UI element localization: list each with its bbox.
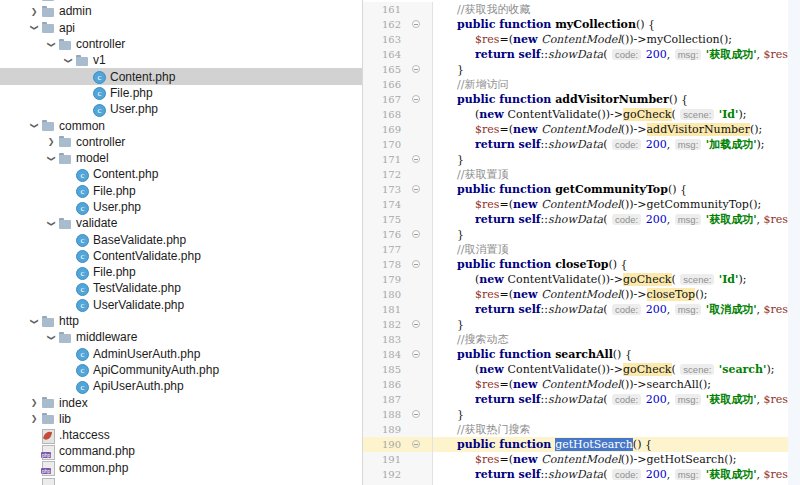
tree-item-v1[interactable]: ❯v1 xyxy=(0,52,362,68)
code-line-169[interactable]: 169$res=(new ContentModel())->addVisitor… xyxy=(363,122,800,137)
tree-item--htaccess[interactable]: .htaccess xyxy=(0,427,362,443)
code-line-186[interactable]: 186$res=(new ContentModel())->searchAll(… xyxy=(363,377,800,392)
tree-item-command-php[interactable]: command.php xyxy=(0,443,362,459)
tree-item-testvalidate-php[interactable]: TestValidate.php xyxy=(0,280,362,296)
fold-icon[interactable] xyxy=(412,230,420,238)
chevron-right-icon[interactable]: ❯ xyxy=(44,137,58,146)
tree-item-file-php[interactable]: File.php xyxy=(0,183,362,199)
chevron-down-icon[interactable]: ❯ xyxy=(47,37,56,51)
chevron-down-icon[interactable]: ❯ xyxy=(47,151,56,165)
code-line-177[interactable]: 177//取消置顶 xyxy=(363,242,800,257)
code-line-168[interactable]: 168(new ContentValidate())->goCheck( sce… xyxy=(363,107,800,122)
tree-item-apicommunityauth-php[interactable]: ApiCommunityAuth.php xyxy=(0,362,362,378)
chevron-right-icon[interactable]: ❯ xyxy=(27,398,41,407)
chevron-down-icon[interactable]: ❯ xyxy=(47,216,56,230)
code-line-180[interactable]: 180$res=(new ContentModel())->closeTop()… xyxy=(363,287,800,302)
code-line-165[interactable]: 165} xyxy=(363,62,800,77)
tree-item-controller[interactable]: ❯controller xyxy=(0,134,362,150)
fold-icon[interactable] xyxy=(412,350,420,358)
code-line-176[interactable]: 176} xyxy=(363,227,800,242)
tree-item-model[interactable]: ❯model xyxy=(0,150,362,166)
chevron-down-icon[interactable]: ❯ xyxy=(64,53,73,67)
tree-item-file-php[interactable]: File.php xyxy=(0,85,362,101)
code-line-178[interactable]: 178public function closeTop() { xyxy=(363,257,800,272)
chevron-down-icon[interactable]: ❯ xyxy=(30,314,39,328)
tree-item-partial[interactable] xyxy=(0,476,362,485)
php-class-icon xyxy=(75,298,89,311)
code-line-171[interactable]: 171} xyxy=(363,152,800,167)
code-plain: ())-> xyxy=(597,108,623,121)
project-tree[interactable]: ❯admin❯api❯controller❯v1Content.phpFile.… xyxy=(0,0,363,485)
chevron-right-icon[interactable]: ❯ xyxy=(27,7,41,16)
code-text: //新增访问 xyxy=(433,77,800,92)
tree-item-basevalidate-php[interactable]: BaseValidate.php xyxy=(0,231,362,247)
code-line-184[interactable]: 184public function searchAll() { xyxy=(363,347,800,362)
folder-icon xyxy=(58,331,72,344)
tree-item-contentvalidate-php[interactable]: ContentValidate.php xyxy=(0,248,362,264)
code-plain: ( xyxy=(672,108,680,121)
fold-column xyxy=(403,62,433,77)
code-line-172[interactable]: 172//获取置顶 xyxy=(363,167,800,182)
fold-column xyxy=(403,332,433,347)
code-line-166[interactable]: 166//新增访问 xyxy=(363,77,800,92)
chevron-right-icon[interactable]: ❯ xyxy=(27,414,41,423)
tree-item-uservalidate-php[interactable]: UserValidate.php xyxy=(0,297,362,313)
code-plain: ())->getCommunityTop(); xyxy=(621,198,761,211)
tree-item-controller[interactable]: ❯controller xyxy=(0,36,362,52)
fold-icon[interactable] xyxy=(412,320,420,328)
tree-item-api[interactable]: ❯api xyxy=(0,20,362,36)
fold-icon[interactable] xyxy=(412,65,420,73)
code-line-167[interactable]: 167public function addVisitorNumber() { xyxy=(363,92,800,107)
code-plain: (); xyxy=(695,288,707,301)
tree-item-adminuserauth-php[interactable]: AdminUserAuth.php xyxy=(0,346,362,362)
code-line-173[interactable]: 173public function getCommunityTop() { xyxy=(363,182,800,197)
code-line-191[interactable]: 191$res=(new ContentModel())->getHotSear… xyxy=(363,452,800,467)
tree-item-admin[interactable]: ❯admin xyxy=(0,3,362,19)
code-line-170[interactable]: 170return self::showData( code: 200, msg… xyxy=(363,137,800,152)
code-line-161[interactable]: 161//获取我的收藏 xyxy=(363,2,800,17)
tree-item-apiuserauth-php[interactable]: ApiUserAuth.php xyxy=(0,378,362,394)
line-number: 171 xyxy=(363,152,403,167)
code-line-187[interactable]: 187return self::showData( code: 200, msg… xyxy=(363,392,800,407)
code-line-163[interactable]: 163$res=(new ContentModel())->myCollecti… xyxy=(363,32,800,47)
code-line-183[interactable]: 183//搜索动态 xyxy=(363,332,800,347)
tree-item-content-php[interactable]: Content.php xyxy=(0,166,362,182)
tree-item-user-php[interactable]: User.php xyxy=(0,101,362,117)
tree-item-label: v1 xyxy=(93,53,112,67)
tree-item-middleware[interactable]: ❯middleware xyxy=(0,329,362,345)
code-line-174[interactable]: 174$res=(new ContentModel())->getCommuni… xyxy=(363,197,800,212)
code-plain: :: xyxy=(541,213,548,226)
code-line-182[interactable]: 182} xyxy=(363,317,800,332)
code-line-175[interactable]: 175return self::showData( code: 200, msg… xyxy=(363,212,800,227)
fold-icon[interactable] xyxy=(412,95,420,103)
code-editor[interactable]: 161//获取我的收藏162public function myCollecti… xyxy=(363,0,800,485)
code-line-189[interactable]: 189//获取热门搜索 xyxy=(363,422,800,437)
fold-icon[interactable] xyxy=(412,20,420,28)
code-line-164[interactable]: 164return self::showData( code: 200, msg… xyxy=(363,47,800,62)
tree-item-index[interactable]: ❯index xyxy=(0,394,362,410)
chevron-down-icon[interactable]: ❯ xyxy=(47,330,56,344)
code-line-185[interactable]: 185(new ContentValidate())->goCheck( sce… xyxy=(363,362,800,377)
chevron-down-icon[interactable]: ❯ xyxy=(30,21,39,35)
fold-column xyxy=(403,362,433,377)
code-line-181[interactable]: 181return self::showData( code: 200, msg… xyxy=(363,302,800,317)
code-line-192[interactable]: 192return self::showData( code: 200, msg… xyxy=(363,467,800,482)
tree-item-common[interactable]: ❯common xyxy=(0,117,362,133)
tree-item-http[interactable]: ❯http xyxy=(0,313,362,329)
code-line-162[interactable]: 162public function myCollection() { xyxy=(363,17,800,32)
tree-item-content-php[interactable]: Content.php xyxy=(0,68,362,84)
code-line-188[interactable]: 188} xyxy=(363,407,800,422)
tree-item-file-php[interactable]: File.php xyxy=(0,264,362,280)
tree-item-validate[interactable]: ❯validate xyxy=(0,215,362,231)
fold-icon[interactable] xyxy=(412,185,420,193)
fold-icon[interactable] xyxy=(412,155,420,163)
fold-icon[interactable] xyxy=(412,410,420,418)
tree-item-lib[interactable]: ❯lib xyxy=(0,411,362,427)
code-line-179[interactable]: 179(new ContentValidate())->goCheck( sce… xyxy=(363,272,800,287)
fold-icon[interactable] xyxy=(412,260,420,268)
tree-item-user-php[interactable]: User.php xyxy=(0,199,362,215)
tree-item-common-php[interactable]: common.php xyxy=(0,460,362,476)
fold-icon[interactable] xyxy=(412,440,420,448)
chevron-down-icon[interactable]: ❯ xyxy=(30,119,39,133)
code-line-190[interactable]: 190public function getHotSearch() { xyxy=(363,437,800,452)
